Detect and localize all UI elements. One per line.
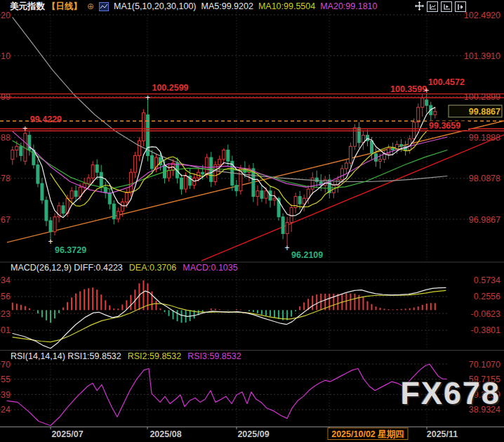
svg-text:99: 99 [1, 92, 11, 102]
fx678-watermark: FX678 [400, 375, 500, 412]
svg-text:70.1070: 70.1070 [469, 360, 500, 370]
svg-text:100.2899: 100.2899 [464, 92, 500, 102]
macd-dea-value: DEA:0.3706 [129, 263, 176, 273]
svg-text:55: 55 [1, 375, 11, 384]
rsi3-value: RSI3:59.8532 [187, 351, 241, 361]
svg-text:88: 88 [1, 133, 11, 143]
swing-price-label: 96.2109 [291, 250, 323, 260]
svg-text:78: 78 [1, 174, 11, 183]
swing-marker: + [48, 237, 53, 247]
crosshair-icon[interactable] [414, 1, 424, 11]
svg-text:23: 23 [1, 309, 11, 319]
chart-toolbar [414, 1, 466, 12]
svg-text:10: 10 [1, 51, 11, 61]
swing-marker: + [424, 86, 429, 96]
rsi2-value: RSI2:59.8532 [128, 351, 181, 361]
time-axis-label: 2025/09 [237, 429, 269, 439]
svg-text:56: 56 [1, 292, 11, 301]
svg-text:100.3599: 100.3599 [390, 84, 427, 94]
trading-app: 100.359999.3659+99.4229+100.2599+100.457… [0, 0, 504, 442]
ma20-value: MA20:99.1810 [320, 1, 377, 11]
svg-text:39: 39 [1, 390, 11, 400]
svg-text:99.8867: 99.8867 [469, 107, 500, 117]
svg-text:0.2556: 0.2556 [474, 292, 500, 301]
playback-icon[interactable] [441, 1, 452, 12]
time-axis-label: 2025/08 [150, 429, 181, 439]
ma-indicator-icon[interactable] [99, 2, 109, 11]
svg-text:96.9867: 96.9867 [469, 215, 500, 225]
swing-marker: + [285, 243, 290, 253]
svg-text:01: 01 [1, 325, 11, 335]
ma-params-label: MA1(5,10,20,30,100) [114, 1, 196, 11]
svg-text:99.3659: 99.3659 [429, 121, 460, 131]
svg-text:102.4920: 102.4920 [464, 11, 500, 20]
current-price-tag: 99.8867 [449, 105, 502, 117]
time-axis-label: 2025/07 [51, 429, 83, 439]
svg-text:67: 67 [1, 215, 11, 225]
chart-header: 美元指数【日线】 ⊕ MA1(5,10,20,30,100) MA5:99.92… [10, 1, 378, 12]
swing-price-label: 100.2599 [152, 83, 188, 93]
crosshair-date-label: 2025/10/02 星期四 [331, 429, 404, 439]
svg-text:34: 34 [1, 275, 11, 285]
swing-marker: + [145, 93, 150, 103]
macd-hist-value: MACD:0.1035 [183, 263, 238, 273]
period-label: 【日线】 [47, 1, 82, 13]
swing-price-label: 100.4572 [428, 77, 465, 87]
svg-text:99.1888: 99.1888 [469, 133, 500, 143]
ma10-value: MA10:99.5504 [258, 1, 315, 11]
rsi1-title: RSI(14,14,14) RSI1:59.8532 [11, 351, 121, 361]
swing-price-label: 99.4229 [30, 115, 62, 124]
svg-text:101.3910: 101.3910 [464, 51, 500, 61]
zoom-scale-icon[interactable] [427, 1, 438, 12]
svg-text:0.5734: 0.5734 [474, 275, 500, 285]
time-axis-label: 2025/11 [427, 429, 458, 439]
svg-text:-0.3801: -0.3801 [471, 325, 500, 335]
swing-marker: + [22, 124, 27, 134]
macd-panel-header: MACD(26,12,9) DIFF:0.4223 DEA:0.3706 MAC… [11, 263, 238, 273]
pan-right-icon[interactable] [455, 1, 466, 12]
rsi-panel-header: RSI(14,14,14) RSI1:59.8532 RSI2:59.8532 … [11, 351, 241, 361]
svg-text:24: 24 [1, 405, 11, 415]
svg-text:98.0878: 98.0878 [469, 174, 500, 183]
swing-price-label: 96.3729 [55, 245, 86, 255]
ma5-value: MA5:99.9202 [201, 1, 253, 11]
collapse-icon[interactable]: ⊕ [87, 1, 94, 11]
instrument-name: 美元指数 [10, 1, 45, 13]
svg-text:20: 20 [1, 11, 11, 20]
svg-text:70: 70 [1, 360, 11, 370]
macd-title: MACD(26,12,9) DIFF:0.4223 [11, 263, 123, 273]
svg-text:-0.0623: -0.0623 [471, 309, 500, 319]
